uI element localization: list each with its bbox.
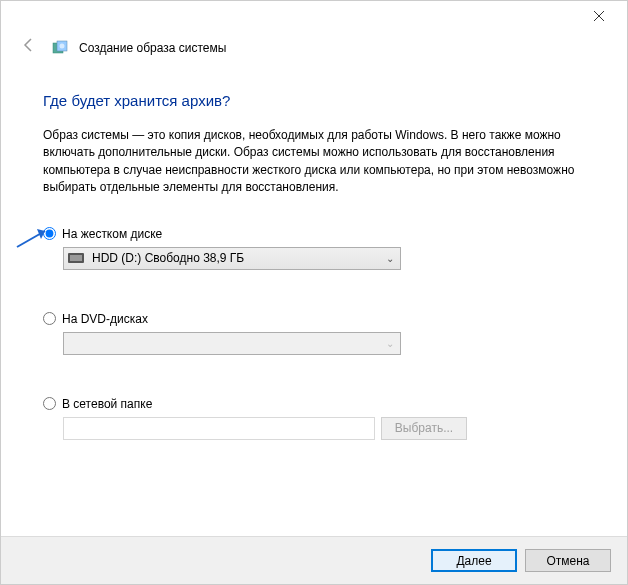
hdd-drive-select[interactable]: HDD (D:) Свободно 38,9 ГБ ⌄ [63,247,401,270]
app-icon [51,39,69,57]
chevron-down-icon: ⌄ [386,253,394,264]
chevron-down-icon: ⌄ [386,338,394,349]
window-title: Создание образа системы [79,41,226,55]
dvd-drive-select: ⌄ [63,332,401,355]
page-heading: Где будет хранится архив? [43,92,585,109]
cancel-button[interactable]: Отмена [525,549,611,572]
hdd-selected-value: HDD (D:) Свободно 38,9 ГБ [92,251,244,265]
back-button[interactable] [17,35,41,60]
radio-network[interactable] [43,397,56,410]
network-path-input [63,417,375,440]
radio-dvd[interactable] [43,312,56,325]
radio-dvd-label: На DVD-дисках [62,312,148,326]
next-button[interactable]: Далее [431,549,517,572]
close-button[interactable] [579,2,619,30]
radio-network-label: В сетевой папке [62,397,152,411]
radio-hdd-label: На жестком диске [62,227,162,241]
radio-hdd[interactable] [43,227,56,240]
svg-point-4 [60,43,65,48]
browse-button: Выбрать... [381,417,467,440]
hdd-icon [68,253,84,263]
page-description: Образ системы — это копия дисков, необхо… [43,127,585,197]
